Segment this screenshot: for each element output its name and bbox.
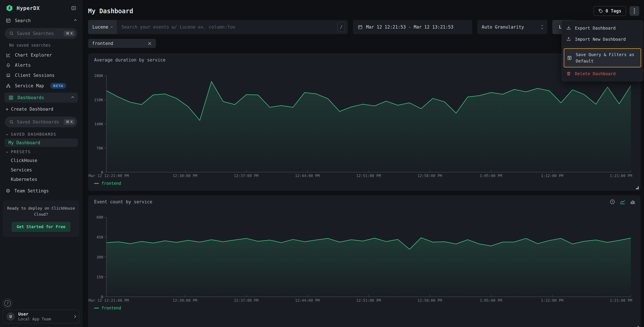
menu-item-label: Export Dashboard xyxy=(575,26,616,30)
y-tick-label: 70K xyxy=(96,146,103,150)
saved-dashboards-field[interactable] xyxy=(17,120,61,124)
panel-resize-handle[interactable] xyxy=(636,186,638,189)
close-icon[interactable]: × xyxy=(147,41,152,46)
x-tick-label: 1:05:00 PM xyxy=(480,298,502,302)
user-name: User xyxy=(18,312,51,316)
section-label: PRESETS xyxy=(11,150,31,154)
saved-searches-field[interactable] xyxy=(17,31,61,36)
app-root: HyperDX Search xyxy=(0,0,644,327)
legend-swatch xyxy=(94,183,99,184)
beta-badge: BETA xyxy=(50,83,66,89)
menu-item-save-default[interactable]: Save Query & Filters as Default xyxy=(564,48,641,68)
presets-section-header[interactable]: PRESETS xyxy=(0,147,82,156)
sidebar-item-dashboards[interactable]: Dashboards xyxy=(4,92,78,103)
hyperdx-logo-icon[interactable] xyxy=(6,4,13,12)
menu-item-label: Import New Dashboard xyxy=(575,37,626,42)
chart-title: Average duration by service xyxy=(94,58,634,62)
legend-label: frontend xyxy=(102,181,121,186)
chart-plot-area xyxy=(106,76,631,172)
chevron-down-icon xyxy=(6,133,8,135)
x-tick-label: 12:30:00 PM xyxy=(173,174,197,178)
time-range-icon[interactable] xyxy=(610,199,615,205)
kbd-shortcut: ⌘ K xyxy=(64,30,75,36)
clickhouse-cloud-promo: Ready to deploy on ClickHouse Cloud? Get… xyxy=(3,200,80,237)
sidebar-item-client-sessions[interactable]: Client Sessions xyxy=(0,70,82,80)
user-team: Local App Team xyxy=(18,317,51,321)
chevron-down-icon xyxy=(111,26,112,28)
tags-button[interactable]: 0 Tags xyxy=(594,6,626,16)
chart-panel-avg-duration: Average duration by service 070K140K210K… xyxy=(88,53,640,191)
x-tick-label: 12:37:00 PM xyxy=(234,174,258,178)
user-menu[interactable]: U User Local App Team xyxy=(3,310,80,323)
menu-item-delete-dashboard[interactable]: Delete Dashboard xyxy=(562,68,643,79)
slash-shortcut-key: / xyxy=(337,22,345,32)
chart-panel-event-count: Event count by service xyxy=(88,195,640,327)
date-range-picker[interactable]: Mar 12 12:21:53 - Mar 12 13:21:53 xyxy=(353,20,472,34)
line-chart-icon[interactable] xyxy=(620,199,626,205)
x-tick-label: 12:58:00 PM xyxy=(418,174,442,178)
trash-icon xyxy=(566,71,571,76)
dashboard-menu-button[interactable] xyxy=(630,6,639,16)
x-tick-label: 12:51:00 PM xyxy=(356,298,381,302)
chevron-up-icon xyxy=(74,19,77,22)
legend-label: frontend xyxy=(102,306,121,310)
event-search-input[interactable] xyxy=(117,24,337,30)
question-mark-icon: ? xyxy=(4,300,11,306)
collapse-sidebar-icon[interactable] xyxy=(71,6,76,11)
sidebar: HyperDX Search xyxy=(0,0,82,327)
dashboard-options-menu: Export Dashboard Import New Dashboard Sa… xyxy=(562,20,643,82)
sidebar-item-preset-services[interactable]: Services xyxy=(0,165,82,175)
sidebar-item-chart-explorer[interactable]: Chart Explorer xyxy=(0,50,82,60)
create-dashboard-button[interactable]: + Create Dashboard xyxy=(0,104,82,114)
chevron-up-icon xyxy=(71,96,74,99)
sidebar-item-service-map[interactable]: Service Map BETA xyxy=(0,80,82,91)
tags-button-label: 0 Tags xyxy=(606,8,621,14)
laptop-icon xyxy=(6,73,11,78)
kbd-shortcut: ⌘ K xyxy=(64,119,75,125)
y-tick-label: 210K xyxy=(94,98,103,102)
sidebar-item-preset-kubernetes[interactable]: Kubernetes xyxy=(0,175,82,184)
search-nav-icon xyxy=(6,18,11,23)
saved-dashboards-section-header[interactable]: SAVED DASHBOARDS xyxy=(0,130,82,138)
x-tick-label: Mar 12 12:21:00 PM xyxy=(88,174,129,178)
sidebar-item-alerts[interactable]: Alerts xyxy=(0,60,82,70)
x-tick-label: 1:12:00 PM xyxy=(541,298,563,302)
saved-dashboards-input[interactable]: ⌘ K xyxy=(5,116,77,127)
get-started-button[interactable]: Get Started for Free xyxy=(12,222,70,232)
x-tick-label: 1:21:00 PM xyxy=(610,174,632,178)
panel-resize-handle[interactable] xyxy=(636,326,638,327)
help-button[interactable]: ? xyxy=(3,298,12,308)
sidebar-item-label: Client Sessions xyxy=(15,73,54,78)
query-language-select[interactable]: Lucene xyxy=(88,20,117,34)
dashboards-grid-icon xyxy=(8,95,14,100)
y-tick-label: 600 xyxy=(96,215,103,220)
sidebar-item-team-settings[interactable]: ⚙ Team Settings xyxy=(0,186,82,196)
query-language-value: Lucene xyxy=(92,24,108,30)
menu-item-export-dashboard[interactable]: Export Dashboard xyxy=(562,22,643,34)
x-axis-labels: Mar 12 12:21:00 PM12:30:00 PM12:37:00 PM… xyxy=(106,174,631,179)
x-tick-label: 12:44:00 PM xyxy=(295,174,320,178)
chart-title: Event count by service xyxy=(94,199,634,204)
granularity-value: Auto Granularity xyxy=(482,24,524,30)
event-search-bar: Lucene / xyxy=(88,20,348,34)
chevron-right-icon xyxy=(73,315,76,318)
granularity-select[interactable]: Auto Granularity xyxy=(477,20,547,34)
saved-searches-input[interactable]: ⌘ K xyxy=(5,28,77,39)
bar-chart-icon[interactable] xyxy=(630,199,636,205)
sidebar-item-search[interactable]: Search xyxy=(0,16,82,26)
menu-item-label: Save Query & Filters as Default xyxy=(576,52,638,64)
page-title: My Dashboard xyxy=(88,8,133,15)
menu-item-import-dashboard[interactable]: Import New Dashboard xyxy=(562,34,643,45)
y-tick-label: 280K xyxy=(94,74,103,78)
sidebar-item-my-dashboard[interactable]: My Dashboard xyxy=(4,138,78,147)
active-filter-chip[interactable]: frontend × xyxy=(88,39,156,48)
search-icon xyxy=(9,31,14,36)
tag-icon xyxy=(598,8,603,13)
calendar-icon xyxy=(358,24,363,30)
x-tick-label: 12:58:00 PM xyxy=(418,298,442,302)
x-tick-label: 12:44:00 PM xyxy=(295,298,320,302)
y-tick-label: 140K xyxy=(94,122,103,126)
sidebar-item-preset-clickhouse[interactable]: ClickHouse xyxy=(0,156,82,165)
x-tick-label: 12:30:00 PM xyxy=(173,298,197,302)
x-tick-label: 1:05:00 PM xyxy=(480,174,502,178)
